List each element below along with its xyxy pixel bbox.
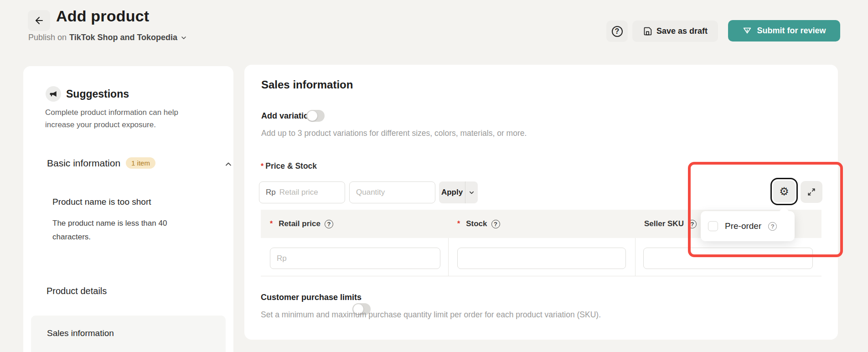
chevron-down-icon[interactable] <box>465 181 478 203</box>
column-header-retail-price: * Retail price ? <box>261 210 448 238</box>
quantity-input[interactable] <box>356 188 429 197</box>
suggestions-description: Complete product information can help in… <box>45 106 191 131</box>
help-button[interactable]: ? <box>606 21 628 42</box>
publish-prefix-label: Publish on <box>28 33 67 42</box>
retail-price-input[interactable] <box>279 188 338 197</box>
section-heading: Sales information <box>261 78 353 91</box>
sidebar-item-sales-information[interactable]: Sales information <box>31 316 226 352</box>
question-circle-icon[interactable]: ? <box>768 222 777 231</box>
apply-label[interactable]: Apply <box>439 181 465 203</box>
issue-title[interactable]: Product name is too short <box>52 197 151 207</box>
row-retail-price-input[interactable] <box>277 254 434 263</box>
row-stock-input[interactable] <box>464 254 619 263</box>
question-circle-icon[interactable]: ? <box>688 220 697 228</box>
basic-information-label: Basic information <box>47 158 120 169</box>
question-circle-icon: ? <box>612 26 623 37</box>
suggestions-panel: Suggestions Complete product information… <box>23 66 233 352</box>
save-icon <box>643 26 652 36</box>
sku-table-row <box>261 238 822 276</box>
price-stock-label: * Price & Stock <box>261 161 317 171</box>
chevron-up-icon[interactable] <box>224 160 233 169</box>
submit-for-review-button[interactable]: Submit for review <box>728 20 840 41</box>
preorder-checkbox[interactable] <box>708 221 718 231</box>
row-stock-field <box>457 248 626 269</box>
add-variations-description: Add up to 3 product variations for diffe… <box>261 129 527 138</box>
suggestions-title: Suggestions <box>66 88 129 100</box>
required-asterisk: * <box>270 220 273 228</box>
apply-split-button[interactable]: Apply <box>439 181 478 203</box>
row-seller-sku-field <box>643 248 813 269</box>
column-divider <box>448 238 449 276</box>
required-asterisk: * <box>261 162 264 171</box>
row-seller-sku-input[interactable] <box>650 254 806 263</box>
megaphone-icon <box>46 86 61 102</box>
gear-icon: ⚙ <box>773 181 795 202</box>
sidebar-item-product-details[interactable]: Product details <box>46 286 107 296</box>
quantity-field <box>349 181 435 203</box>
question-circle-icon[interactable]: ? <box>491 220 500 228</box>
add-variations-toggle[interactable] <box>306 110 325 122</box>
sidebar-item-basic-information[interactable]: Basic information 1 item <box>47 157 213 169</box>
publish-channel-selector[interactable]: Publish on TikTok Shop and Tokopedia <box>28 33 187 42</box>
column-divider <box>635 238 636 276</box>
question-circle-icon[interactable]: ? <box>325 220 333 228</box>
save-as-draft-label: Save as draft <box>656 26 708 36</box>
chevron-down-icon <box>180 34 187 41</box>
add-product-page: Add product Publish on TikTok Shop and T… <box>0 0 868 352</box>
currency-prefix: Rp <box>266 188 276 197</box>
submit-for-review-label: Submit for review <box>757 26 826 36</box>
expand-table-button[interactable] <box>801 181 822 203</box>
toggle-knob <box>307 111 317 121</box>
retail-price-field: Rp <box>259 181 345 203</box>
purchase-limits-description: Set a minimum and maximum purchase quant… <box>261 310 601 320</box>
publish-channels-value: TikTok Shop and Tokopedia <box>69 33 177 42</box>
row-retail-price-field <box>270 248 440 269</box>
purchase-limits-label: Customer purchase limits <box>261 293 362 302</box>
arrow-left-icon <box>34 15 45 26</box>
sales-information-label: Sales information <box>47 328 114 338</box>
save-as-draft-button[interactable]: Save as draft <box>632 21 718 42</box>
issue-description: The product name is less than 40 charact… <box>52 217 189 244</box>
column-header-stock: * Stock ? <box>448 210 635 238</box>
issue-count-badge: 1 item <box>126 157 155 169</box>
required-asterisk: * <box>457 220 460 228</box>
sales-information-section: Sales information Add variations Add up … <box>244 65 838 340</box>
back-button[interactable] <box>28 10 50 31</box>
page-title: Add product <box>56 7 149 25</box>
table-settings-button[interactable]: ⚙ <box>770 178 798 205</box>
submit-icon <box>742 26 752 36</box>
preorder-label: Pre-order <box>725 221 761 231</box>
preorder-popup: Pre-order ? <box>701 211 795 241</box>
expand-icon <box>807 187 816 197</box>
